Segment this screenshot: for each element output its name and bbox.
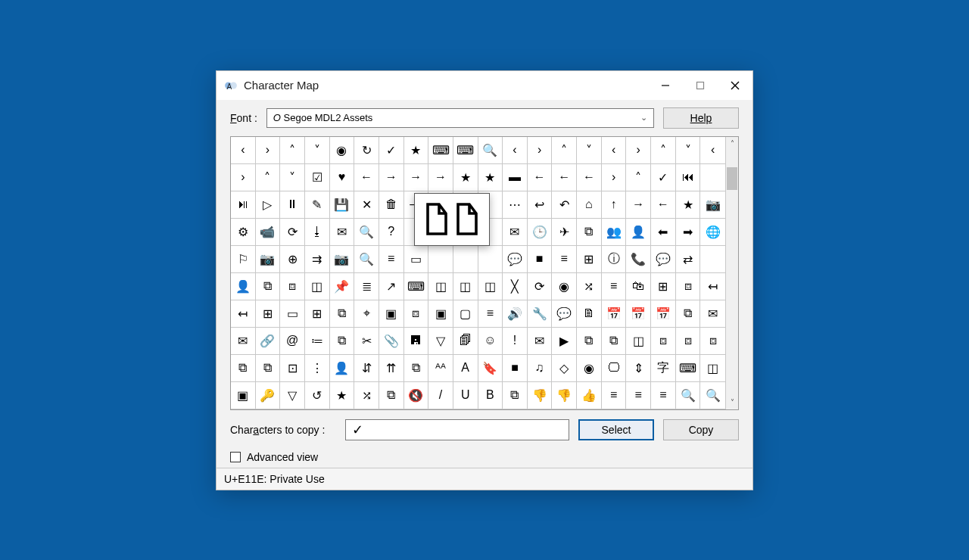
glyph-cell[interactable]: ˄	[280, 137, 305, 164]
glyph-cell[interactable]: 🔍	[700, 382, 725, 409]
glyph-cell[interactable]: ⋯	[503, 191, 528, 219]
glyph-cell[interactable]: 📹	[256, 219, 281, 246]
glyph-cell[interactable]: 📎	[379, 328, 404, 355]
glyph-cell[interactable]: ◫	[453, 273, 478, 300]
glyph-cell[interactable]: ⌨	[404, 273, 429, 300]
glyph-cell[interactable]: 🛍	[626, 273, 651, 300]
scroll-thumb[interactable]	[727, 167, 737, 190]
glyph-cell[interactable]: ⏮	[676, 164, 701, 191]
glyph-cell[interactable]: ★	[330, 382, 355, 409]
glyph-cell[interactable]: ⧉	[404, 355, 429, 382]
glyph-cell[interactable]	[700, 164, 725, 191]
glyph-cell[interactable]: ⊞	[305, 300, 330, 328]
glyph-cell[interactable]: ›	[528, 137, 553, 164]
glyph-cell[interactable]: ⧉	[256, 355, 281, 382]
glyph-cell[interactable]: ⬅	[651, 219, 676, 246]
glyph-cell[interactable]: ˄	[626, 164, 651, 191]
glyph-cell[interactable]: ☺	[478, 328, 503, 355]
glyph-cell[interactable]: ⌂	[577, 191, 602, 219]
glyph-cell[interactable]	[428, 246, 453, 273]
glyph-cell[interactable]: ˅	[676, 137, 701, 164]
glyph-cell[interactable]: 💬	[552, 300, 577, 328]
scroll-down-icon[interactable]: ˅	[726, 396, 738, 409]
glyph-cell[interactable]: ⤮	[577, 273, 602, 300]
glyph-cell[interactable]: ▶	[552, 328, 577, 355]
glyph-cell[interactable]: ≡	[379, 246, 404, 273]
glyph-cell[interactable]: ≔	[305, 328, 330, 355]
glyph-cell[interactable]: ⧈	[404, 300, 429, 328]
glyph-cell[interactable]: ˄	[256, 164, 281, 191]
glyph-cell[interactable]: ◫	[700, 355, 725, 382]
glyph-cell[interactable]: ≣	[354, 273, 379, 300]
glyph-cell[interactable]: ✓	[651, 164, 676, 191]
glyph-cell[interactable]: 🔊	[503, 300, 528, 328]
glyph-cell[interactable]: ➡	[676, 219, 701, 246]
glyph-cell[interactable]: ?	[379, 219, 404, 246]
glyph-cell[interactable]: ♥	[330, 164, 355, 191]
glyph-cell[interactable]: ⧉	[330, 300, 355, 328]
glyph-cell[interactable]: B	[478, 382, 503, 409]
glyph-cell[interactable]: ✕	[354, 191, 379, 219]
glyph-cell[interactable]: ›	[231, 164, 256, 191]
glyph-cell[interactable]: ᴬᴬ	[428, 355, 453, 382]
glyph-cell[interactable]: 📅	[651, 300, 676, 328]
glyph-cell[interactable]: ⌨	[676, 355, 701, 382]
glyph-cell[interactable]: 📅	[626, 300, 651, 328]
glyph-cell[interactable]: 🗑	[379, 191, 404, 219]
glyph-cell[interactable]: ⧉	[602, 328, 627, 355]
glyph-cell[interactable]: ⚙	[231, 219, 256, 246]
glyph-cell[interactable]: ✎	[305, 191, 330, 219]
glyph-cell[interactable]: ˅	[577, 137, 602, 164]
glyph-cell[interactable]: ⧉	[231, 355, 256, 382]
glyph-cell[interactable]: ⊞	[651, 273, 676, 300]
glyph-cell[interactable]: ♫	[528, 355, 553, 382]
glyph-cell[interactable]: ←	[552, 164, 577, 191]
advanced-view-checkbox[interactable]	[230, 452, 241, 462]
glyph-cell[interactable]: !	[503, 328, 528, 355]
glyph-cell[interactable]: ▣	[428, 300, 453, 328]
glyph-cell[interactable]: ⓘ	[602, 246, 627, 273]
glyph-cell[interactable]: ✉	[700, 300, 725, 328]
glyph-cell[interactable]: ⤮	[354, 382, 379, 409]
glyph-cell[interactable]: ⧉	[676, 300, 701, 328]
glyph-cell[interactable]: 👤	[231, 273, 256, 300]
glyph-cell[interactable]: ◫	[626, 328, 651, 355]
glyph-cell[interactable]: ⌨	[428, 137, 453, 164]
font-dropdown[interactable]: O Segoe MDL2 Assets ⌄	[266, 108, 654, 128]
glyph-cell[interactable]: 🖪	[404, 328, 429, 355]
glyph-cell[interactable]: 🔑	[256, 382, 281, 409]
glyph-cell[interactable]	[478, 246, 503, 273]
glyph-cell[interactable]: ⧈	[280, 273, 305, 300]
glyph-cell[interactable]: U	[453, 382, 478, 409]
glyph-cell[interactable]: ■	[528, 246, 553, 273]
glyph-cell[interactable]: ⧈	[700, 328, 725, 355]
glyph-cell[interactable]	[700, 246, 725, 273]
glyph-cell[interactable]: 📌	[330, 273, 355, 300]
scroll-up-icon[interactable]: ˄	[726, 137, 738, 151]
glyph-cell[interactable]: 🗎	[577, 300, 602, 328]
glyph-cell[interactable]: 📞	[626, 246, 651, 273]
glyph-cell[interactable]: ✂	[354, 328, 379, 355]
chars-to-copy-input[interactable]: ✓	[345, 419, 569, 440]
glyph-cell[interactable]: ↗	[379, 273, 404, 300]
glyph-cell[interactable]: ⟳	[528, 273, 553, 300]
glyph-cell[interactable]: ‹	[602, 137, 627, 164]
glyph-cell[interactable]: ✉	[231, 328, 256, 355]
glyph-cell[interactable]: ⧉	[256, 273, 281, 300]
glyph-cell[interactable]: 💬	[651, 246, 676, 273]
glyph-cell[interactable]: 👍	[577, 382, 602, 409]
glyph-cell[interactable]: ★	[478, 164, 503, 191]
glyph-cell[interactable]: ←	[528, 164, 553, 191]
glyph-cell[interactable]: ⏸	[280, 191, 305, 219]
glyph-cell[interactable]: ⧈	[651, 328, 676, 355]
glyph-cell[interactable]: ★	[453, 164, 478, 191]
glyph-cell[interactable]: 🔗	[256, 328, 281, 355]
glyph-cell[interactable]: 🔖	[478, 355, 503, 382]
glyph-cell[interactable]: ⋮	[305, 355, 330, 382]
glyph-cell[interactable]: 👎	[528, 382, 553, 409]
glyph-cell[interactable]: ⚐	[231, 246, 256, 273]
glyph-cell[interactable]: ▣	[231, 382, 256, 409]
glyph-cell[interactable]: ⧉	[577, 219, 602, 246]
glyph-cell[interactable]: ⧉	[330, 328, 355, 355]
glyph-cell[interactable]: 🔍	[354, 219, 379, 246]
